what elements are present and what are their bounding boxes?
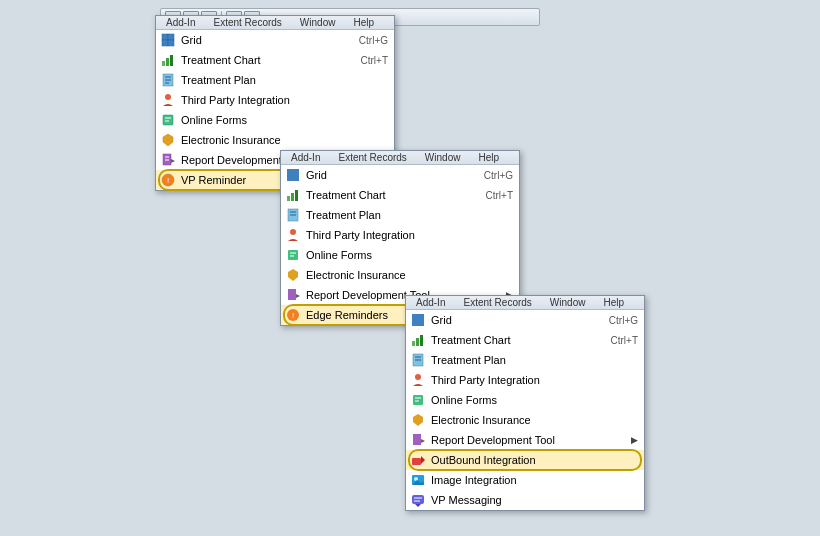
menu2-item-plan-label: Treatment Plan (306, 209, 513, 221)
svg-rect-22 (293, 169, 299, 175)
menu1-tab-window[interactable]: Window (296, 17, 340, 28)
menu3-title-bar: Add-In Extent Records Window Help (406, 296, 644, 310)
menu2-item-3party-label: Third Party Integration (306, 229, 513, 241)
menu1-tab-help[interactable]: Help (349, 17, 378, 28)
svg-rect-53 (413, 434, 421, 445)
svg-rect-43 (412, 341, 415, 346)
svg-rect-42 (418, 320, 424, 326)
menu3-item-outbound-label: OutBound Integration (431, 454, 638, 466)
menu3-item-grid-shortcut: Ctrl+G (609, 315, 638, 326)
grid-icon (160, 32, 176, 48)
svg-text:!: ! (167, 176, 169, 185)
menu3-report-icon (410, 432, 426, 448)
svg-point-49 (415, 374, 421, 380)
menu3-tab-extent[interactable]: Extent Records (459, 297, 535, 308)
menu3-item-image[interactable]: Image Integration (406, 470, 644, 490)
svg-rect-4 (162, 61, 165, 66)
menu1-item-3party[interactable]: Third Party Integration (156, 90, 394, 110)
menu2-title-bar: Add-In Extent Records Window Help (281, 151, 519, 165)
menu1-item-chart[interactable]: Treatment Chart Ctrl+T (156, 50, 394, 70)
svg-rect-0 (162, 34, 168, 40)
menu3-tab-addin[interactable]: Add-In (412, 297, 449, 308)
menu3-item-report-arrow: ▶ (631, 435, 638, 445)
menu2-item-grid[interactable]: Grid Ctrl+G (281, 165, 519, 185)
menu2-item-insurance[interactable]: Electronic Insurance (281, 265, 519, 285)
menu3-image-icon (410, 472, 426, 488)
menu3-insurance-icon (410, 412, 426, 428)
menu3-item-insurance[interactable]: Electronic Insurance (406, 410, 644, 430)
menu1-tab-addin[interactable]: Add-In (162, 17, 199, 28)
menu1-item-insurance[interactable]: Electronic Insurance (156, 130, 394, 150)
svg-rect-35 (288, 289, 296, 300)
menu2-forms-icon (285, 247, 301, 263)
menu2-item-chart[interactable]: Treatment Chart Ctrl+T (281, 185, 519, 205)
menu1-item-grid[interactable]: Grid Ctrl+G (156, 30, 394, 50)
svg-rect-41 (412, 320, 418, 326)
menu2-tab-help[interactable]: Help (474, 152, 503, 163)
menu2-item-3party[interactable]: Third Party Integration (281, 225, 519, 245)
menu2-tab-addin[interactable]: Add-In (287, 152, 324, 163)
menu2-item-plan[interactable]: Treatment Plan (281, 205, 519, 225)
forms-icon (160, 112, 176, 128)
svg-rect-5 (166, 58, 169, 66)
svg-rect-12 (163, 115, 173, 125)
svg-rect-39 (412, 314, 418, 320)
menu2-item-grid-shortcut: Ctrl+G (484, 170, 513, 181)
svg-rect-21 (287, 169, 293, 175)
menu2-insurance-icon (285, 267, 301, 283)
menu3-grid-icon (410, 312, 426, 328)
svg-text:!: ! (292, 311, 294, 320)
svg-rect-60 (412, 495, 424, 504)
svg-rect-23 (287, 175, 293, 181)
menu1-item-forms[interactable]: Online Forms (156, 110, 394, 130)
menu2-item-forms[interactable]: Online Forms (281, 245, 519, 265)
menu3-item-plan-label: Treatment Plan (431, 354, 638, 366)
menu2-chart-icon (285, 187, 301, 203)
menu2-item-chart-label: Treatment Chart (306, 189, 461, 201)
menu3-3party-icon (410, 372, 426, 388)
plan-icon (160, 72, 176, 88)
svg-rect-2 (162, 40, 168, 46)
menu3-item-chart-label: Treatment Chart (431, 334, 586, 346)
svg-rect-27 (295, 190, 298, 201)
menu1-title-bar: Add-In Extent Records Window Help (156, 16, 394, 30)
menu2-tab-window[interactable]: Window (421, 152, 465, 163)
svg-rect-55 (412, 458, 421, 465)
screenshot-background: Daily Activities Patient Portal Add-In E… (0, 0, 820, 536)
menu2-tab-extent[interactable]: Extent Records (334, 152, 410, 163)
report-icon (160, 152, 176, 168)
menu3-item-outbound[interactable]: OutBound Integration (406, 450, 644, 470)
3party-icon (160, 92, 176, 108)
menu2-report-icon (285, 287, 301, 303)
menu1-tab-extent[interactable]: Extent Records (209, 17, 285, 28)
svg-point-11 (165, 94, 171, 100)
menu3-item-grid[interactable]: Grid Ctrl+G (406, 310, 644, 330)
svg-rect-24 (293, 175, 299, 181)
svg-rect-1 (168, 34, 174, 40)
menu3-item-image-label: Image Integration (431, 474, 638, 486)
menu3-item-messaging[interactable]: VP Messaging (406, 490, 644, 510)
svg-rect-26 (291, 193, 294, 201)
menu3-item-report[interactable]: Report Development Tool ▶ (406, 430, 644, 450)
menu2-item-forms-label: Online Forms (306, 249, 513, 261)
menu2-plan-icon (285, 207, 301, 223)
menu3-item-forms-label: Online Forms (431, 394, 638, 406)
svg-marker-36 (296, 294, 300, 298)
svg-rect-32 (288, 250, 298, 260)
menu3-item-plan[interactable]: Treatment Plan (406, 350, 644, 370)
menu3-item-chart-shortcut: Ctrl+T (611, 335, 639, 346)
menu3-item-forms[interactable]: Online Forms (406, 390, 644, 410)
menu3-item-3party-label: Third Party Integration (431, 374, 638, 386)
menu1-item-chart-shortcut: Ctrl+T (361, 55, 389, 66)
menu1-item-plan[interactable]: Treatment Plan (156, 70, 394, 90)
menu3-tab-help[interactable]: Help (599, 297, 628, 308)
menu3-item-3party[interactable]: Third Party Integration (406, 370, 644, 390)
vpreminder-icon: ! (160, 172, 176, 188)
svg-rect-25 (287, 196, 290, 201)
menu3-container: Add-In Extent Records Window Help Grid C… (405, 295, 645, 511)
menu3-tab-window[interactable]: Window (546, 297, 590, 308)
menu3-outbound-icon (410, 452, 426, 468)
svg-rect-45 (420, 335, 423, 346)
menu3-item-chart[interactable]: Treatment Chart Ctrl+T (406, 330, 644, 350)
svg-marker-54 (421, 439, 425, 443)
